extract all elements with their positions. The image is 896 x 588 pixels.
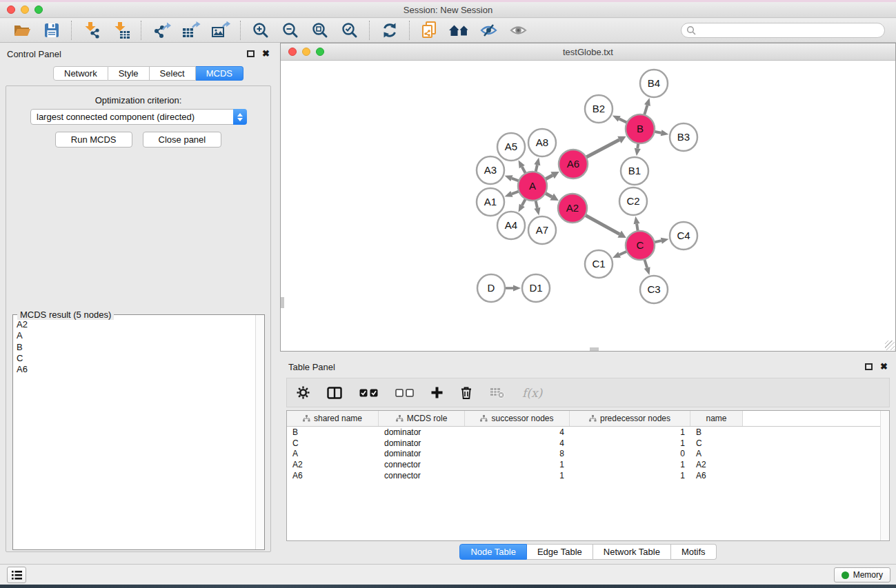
close-table-panel-icon[interactable]: ✖ bbox=[880, 363, 888, 370]
column-layout-button[interactable] bbox=[327, 387, 342, 399]
arrowhead-icon bbox=[534, 207, 540, 216]
zoom-in-button[interactable] bbox=[246, 20, 275, 41]
vertical-scroll-thumb[interactable] bbox=[281, 297, 284, 308]
zoom-out-button[interactable] bbox=[275, 20, 305, 41]
tab-motifs[interactable]: Motifs bbox=[671, 544, 717, 560]
zoom-fit-button[interactable] bbox=[305, 20, 335, 41]
network-graph[interactable]: B4B2BB3A5A8A6B1A3AA1C2A2A4A7C4CC1C3DD1 bbox=[281, 61, 895, 351]
float-panel-icon[interactable] bbox=[247, 50, 255, 57]
network-window-titlebar[interactable]: testGlobe.txt bbox=[281, 43, 895, 61]
table-row[interactable]: A6connector11A6 bbox=[287, 470, 889, 481]
column-header-predecessor-nodes[interactable]: predecessor nodes bbox=[570, 411, 690, 426]
result-scrollbar[interactable] bbox=[255, 315, 264, 549]
table-row[interactable]: A2connector11A2 bbox=[287, 459, 889, 470]
tab-mcds[interactable]: MCDS bbox=[196, 66, 243, 81]
export-table-button[interactable] bbox=[176, 20, 206, 41]
graph-node-C4[interactable]: C4 bbox=[670, 222, 697, 250]
graph-node-A3[interactable]: A3 bbox=[477, 156, 504, 184]
column-header-name[interactable]: name bbox=[690, 411, 743, 426]
svg-text:A: A bbox=[529, 180, 536, 192]
toolbar-separator bbox=[71, 21, 72, 40]
status-bar: Memory bbox=[0, 564, 896, 585]
graph-node-B1[interactable]: B1 bbox=[621, 157, 648, 185]
open-session-button[interactable] bbox=[7, 20, 37, 41]
graph-node-B3[interactable]: B3 bbox=[670, 123, 697, 151]
table-scrollbar[interactable] bbox=[880, 411, 889, 540]
function-builder-button[interactable]: f(x) bbox=[522, 386, 542, 400]
tab-node-table[interactable]: Node Table bbox=[459, 544, 527, 560]
graph-node-A4[interactable]: A4 bbox=[497, 212, 525, 239]
first-neighbors-button[interactable] bbox=[444, 20, 474, 41]
graph-node-B4[interactable]: B4 bbox=[640, 70, 668, 97]
import-table-button[interactable] bbox=[106, 20, 136, 41]
float-table-panel-icon[interactable] bbox=[865, 363, 873, 370]
graph-node-A2[interactable]: A2 bbox=[558, 194, 587, 223]
zoom-selected-button[interactable] bbox=[335, 20, 364, 41]
select-all-columns-button[interactable] bbox=[359, 389, 378, 397]
tab-network[interactable]: Network bbox=[53, 66, 108, 81]
table-settings-button[interactable] bbox=[297, 386, 310, 399]
hide-selected-button[interactable] bbox=[474, 20, 504, 41]
graph-node-A8[interactable]: A8 bbox=[528, 129, 556, 156]
graph-node-A1[interactable]: A1 bbox=[477, 188, 504, 216]
svg-text:B: B bbox=[637, 123, 644, 134]
graph-node-A6[interactable]: A6 bbox=[559, 150, 588, 179]
export-image-button[interactable] bbox=[206, 20, 235, 41]
tab-edge-table[interactable]: Edge Table bbox=[527, 544, 593, 560]
save-session-button[interactable] bbox=[37, 20, 66, 41]
graph-node-B[interactable]: B bbox=[626, 114, 655, 143]
result-item[interactable]: B bbox=[17, 342, 264, 353]
run-mcds-button[interactable]: Run MCDS bbox=[55, 132, 132, 148]
column-header-successor-nodes[interactable]: successor nodes bbox=[465, 411, 570, 426]
table-cell: 1 bbox=[570, 427, 690, 437]
add-column-button[interactable] bbox=[431, 387, 443, 398]
graph-node-A5[interactable]: A5 bbox=[497, 133, 525, 161]
criterion-select[interactable]: largest connected component (directed) bbox=[30, 109, 247, 125]
graph-node-C3[interactable]: C3 bbox=[640, 276, 668, 303]
delete-table-button[interactable] bbox=[490, 387, 505, 398]
import-network-icon bbox=[82, 21, 101, 39]
result-item[interactable]: C bbox=[17, 353, 264, 364]
svg-text:A3: A3 bbox=[484, 164, 497, 176]
table-row[interactable]: Cdominator41C bbox=[287, 438, 889, 449]
table-row[interactable]: Bdominator41B bbox=[287, 427, 889, 438]
search-field[interactable] bbox=[681, 23, 885, 38]
result-item[interactable]: A bbox=[17, 330, 264, 341]
export-network-button[interactable] bbox=[146, 20, 176, 41]
import-network-button[interactable] bbox=[77, 20, 106, 41]
refresh-view-button[interactable] bbox=[375, 20, 404, 41]
column-header-MCDS-role[interactable]: MCDS role bbox=[379, 411, 465, 426]
tab-select[interactable]: Select bbox=[150, 66, 196, 81]
new-network-from-selection-button[interactable] bbox=[415, 20, 444, 41]
table-row[interactable]: Adominator80A bbox=[287, 449, 889, 460]
show-all-button[interactable] bbox=[504, 20, 533, 41]
close-panel-button[interactable]: Close panel bbox=[143, 132, 222, 148]
shared-column-icon bbox=[480, 415, 488, 422]
column-header-shared-name[interactable]: shared name bbox=[287, 411, 379, 426]
result-item[interactable]: A6 bbox=[17, 364, 264, 375]
graph-node-C[interactable]: C bbox=[626, 231, 655, 260]
graph-node-B2[interactable]: B2 bbox=[585, 95, 613, 123]
horizontal-scroll-thumb[interactable] bbox=[590, 347, 599, 351]
graph-node-A[interactable]: A bbox=[518, 172, 547, 201]
delete-column-button[interactable] bbox=[460, 386, 472, 399]
result-item[interactable]: A2 bbox=[17, 319, 264, 330]
tab-network-table[interactable]: Network Table bbox=[593, 544, 671, 560]
deselect-all-columns-button[interactable] bbox=[395, 389, 414, 397]
graph-node-A7[interactable]: A7 bbox=[528, 216, 556, 244]
network-canvas[interactable]: B4B2BB3A5A8A6B1A3AA1C2A2A4A7C4CC1C3DD1 bbox=[281, 61, 895, 351]
resize-grip-icon[interactable] bbox=[885, 341, 895, 350]
gear-icon bbox=[297, 386, 310, 399]
graph-node-D[interactable]: D bbox=[477, 274, 505, 302]
main-titlebar[interactable]: Session: New Session bbox=[0, 2, 896, 18]
memory-button[interactable]: Memory bbox=[834, 567, 890, 582]
search-input[interactable] bbox=[696, 26, 879, 35]
graph-node-C2[interactable]: C2 bbox=[619, 187, 647, 215]
arrowhead-icon bbox=[644, 98, 650, 106]
tab-style[interactable]: Style bbox=[108, 66, 150, 81]
task-history-button[interactable] bbox=[7, 567, 26, 583]
close-panel-icon[interactable]: ✖ bbox=[262, 50, 270, 57]
select-stepper-icon bbox=[233, 109, 247, 125]
graph-node-C1[interactable]: C1 bbox=[585, 250, 613, 278]
graph-node-D1[interactable]: D1 bbox=[522, 274, 550, 302]
